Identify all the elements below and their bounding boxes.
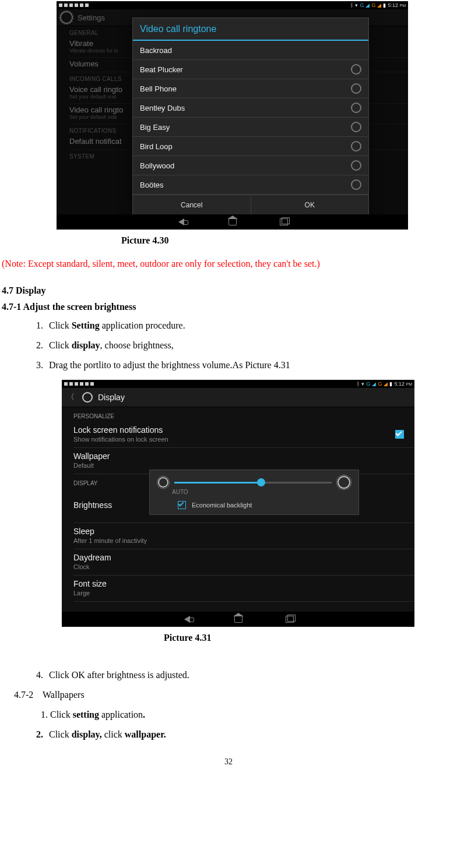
radio-icon: [351, 122, 361, 132]
option-label: Backroad: [140, 46, 172, 55]
signal-g-label: G: [366, 381, 370, 387]
home-icon[interactable]: [233, 615, 244, 623]
status-time: 5:12 PM: [394, 381, 412, 387]
status-icon: [69, 3, 73, 7]
dialog-title: Video call ringtone: [133, 18, 368, 41]
status-icon: [80, 382, 83, 386]
radio-icon: [351, 83, 361, 94]
back-chevron-icon[interactable]: 〈: [64, 392, 77, 403]
option-label: Beat Plucker: [140, 65, 183, 74]
option-label: Bell Phone: [140, 84, 177, 93]
section-4-7-2: 4.7-2 Wallpapers: [14, 690, 457, 700]
radio-icon: [351, 64, 361, 75]
status-icon: [75, 3, 78, 7]
status-bar: ᛒ ▾ G ◢ G ◢ ▮ 5:12 PM: [62, 380, 414, 388]
category-personalize: PERSONALIZE: [73, 407, 414, 422]
option-label: Bentley Dubs: [140, 104, 185, 112]
signal-icon-2: ◢: [377, 2, 381, 8]
nav-bar: [62, 612, 414, 627]
slider-thumb-icon[interactable]: [257, 478, 265, 486]
item-lock-screen-notifications[interactable]: Lock screen notifications Show notificat…: [73, 422, 414, 448]
economical-backlight-label: Economical backlight: [192, 502, 252, 509]
ringtone-option-beat-plucker[interactable]: Beat Plucker: [133, 60, 368, 79]
signal-icon: ◢: [372, 381, 376, 387]
recent-apps-icon[interactable]: [284, 615, 295, 623]
screenshot-picture-4-31: ᛒ ▾ G ◢ G ◢ ▮ 5:12 PM 〈 Display PERSONAL…: [62, 380, 414, 627]
status-icon: [75, 382, 78, 386]
ringtone-option-bird-loop[interactable]: Bird Loop: [133, 137, 368, 156]
brightness-slider[interactable]: [174, 482, 332, 484]
ringtone-option-bootes[interactable]: Boötes: [133, 175, 368, 195]
option-label: Bird Loop: [140, 142, 173, 151]
option-label: Boötes: [140, 181, 163, 189]
step-4-7-2-1: 1. Click setting application.: [41, 710, 457, 720]
bluetooth-icon: ᛒ: [350, 2, 353, 8]
steps-4-7-1-continued: Click OK after brightness is adjusted.: [45, 670, 457, 680]
caption-picture-4-31: Picture 4.31: [164, 633, 457, 643]
signal-g-label-2: G: [371, 2, 375, 8]
caption-picture-4-30: Picture 4.30: [121, 235, 457, 246]
status-icon: [80, 3, 83, 7]
home-icon[interactable]: [227, 218, 238, 226]
section-4-7-title: 4.7 Display: [2, 285, 457, 296]
back-icon[interactable]: [182, 615, 192, 623]
back-icon[interactable]: [176, 218, 187, 226]
gear-icon: [80, 390, 94, 404]
radio-icon: [351, 103, 361, 113]
bluetooth-icon: ᛒ: [357, 381, 360, 387]
recent-apps-icon[interactable]: [279, 218, 289, 226]
ringtone-option-bollywood[interactable]: Bollywood: [133, 156, 368, 175]
ringtone-option-big-easy[interactable]: Big Easy: [133, 118, 368, 137]
signal-icon: ◢: [365, 2, 370, 8]
steps-4-7-2: Click display, click wallpaper.: [45, 729, 457, 740]
brightness-low-icon: [158, 477, 168, 488]
battery-icon: ▮: [383, 2, 386, 8]
note-text: (Note: Except standard, silent, meet, ou…: [2, 259, 457, 269]
ringtone-option-backroad[interactable]: Backroad: [133, 41, 368, 60]
ok-button[interactable]: OK: [251, 195, 369, 214]
status-icon: [90, 382, 94, 386]
step-4: Click OK after brightness is adjusted.: [45, 670, 457, 680]
status-icon: [59, 3, 62, 7]
display-title: Display: [98, 393, 125, 402]
step-2: Click display, choose brightness,: [45, 340, 457, 351]
wifi-icon: ▾: [361, 381, 364, 387]
status-bar: ᛒ ▾ G ◢ G ◢ ▮ 5:12 PM: [57, 1, 408, 9]
video-call-ringtone-dialog: Video call ringtone Backroad Beat Plucke…: [132, 17, 369, 214]
battery-icon: ▮: [389, 381, 392, 387]
radio-icon: [351, 160, 361, 171]
item-daydream[interactable]: Daydream Clock: [73, 549, 414, 576]
steps-4-7-1: Click Setting application procedure. Cli…: [45, 320, 457, 371]
status-time: 5:12 PM: [388, 2, 406, 8]
economical-backlight-checkbox[interactable]: [178, 501, 186, 509]
item-sleep[interactable]: Sleep After 1 minute of inactivity: [73, 523, 414, 549]
nav-bar: [57, 214, 408, 230]
step-4-7-2-2: Click display, click wallpaper.: [45, 729, 457, 740]
auto-label: AUTO: [172, 489, 350, 495]
ringtone-option-bell-phone[interactable]: Bell Phone: [133, 79, 368, 98]
radio-icon: [351, 179, 361, 190]
wifi-icon: ▾: [355, 2, 358, 8]
signal-g-label: G: [360, 2, 364, 8]
step-1: Click Setting application procedure.: [45, 320, 457, 331]
option-label: Big Easy: [140, 123, 170, 132]
ringtone-option-bentley-dubs[interactable]: Bentley Dubs: [133, 98, 368, 118]
signal-g-label-2: G: [378, 381, 382, 387]
option-label: Bollywood: [140, 161, 174, 170]
radio-icon: [351, 141, 361, 151]
display-header: 〈 Display: [62, 388, 414, 407]
checkbox-checked-icon[interactable]: [395, 430, 404, 439]
step-3: Drag the portlito to adjust the brightne…: [45, 360, 457, 371]
item-font-size[interactable]: Font size Large: [73, 576, 414, 602]
signal-icon-2: ◢: [384, 381, 388, 387]
brightness-high-icon: [338, 476, 350, 489]
screenshot-picture-4-30: ᛒ ▾ G ◢ G ◢ ▮ 5:12 PM Settings GENERAL: [57, 1, 408, 230]
page-number: 32: [0, 757, 457, 767]
status-icon: [85, 3, 89, 7]
status-icon: [69, 382, 73, 386]
status-icon: [64, 382, 68, 386]
brightness-popup: AUTO Economical backlight: [149, 470, 359, 515]
section-4-7-1-title: 4.7-1 Adjust the screen brightness: [2, 302, 457, 312]
cancel-button[interactable]: Cancel: [133, 195, 251, 214]
status-icon: [64, 3, 68, 7]
